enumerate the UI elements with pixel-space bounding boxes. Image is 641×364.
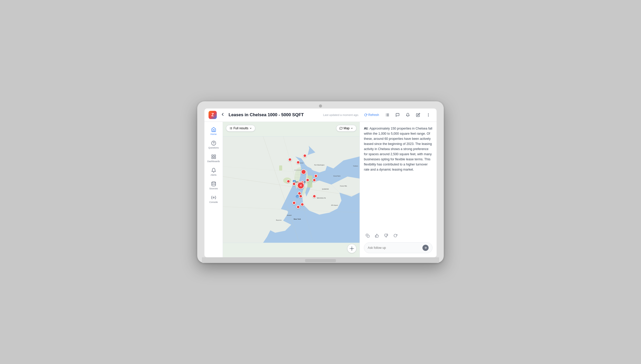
map-pin-14[interactable] [300,203,304,206]
full-results-label: Full results [233,126,248,130]
svg-text:Yonkers: Yonkers [353,165,358,167]
svg-rect-24 [279,165,282,171]
laptop-screen: Z Leases in Chelsea 1000 - 5000 SQFT Las… [204,109,437,257]
console-icon [211,195,216,200]
sidebar-item-alerts[interactable]: Alerts [206,166,221,178]
sidebar-label-questions: Questions [208,146,219,149]
right-panel: AI: Approximately 150 properties in Chel… [360,122,437,257]
svg-point-7 [428,115,428,115]
more-options-btn[interactable] [424,111,432,119]
sources-icon [211,181,216,186]
page-title: Leases in Chelsea 1000 - 5000 SQFT [229,112,320,117]
svg-point-16 [213,197,214,198]
svg-point-15 [212,182,215,183]
svg-point-8 [428,116,428,116]
map-pin-8[interactable] [292,182,296,186]
svg-text:Bayonne: Bayonne [276,219,282,221]
refresh-response-button[interactable] [392,232,399,239]
sidebar-item-questions[interactable]: Questions [206,139,221,151]
ask-followup-input[interactable] [368,246,422,250]
svg-rect-13 [214,157,215,159]
alerts-icon [211,168,216,173]
map-pin-13[interactable] [296,205,300,209]
map-type-button[interactable]: Map [336,125,356,132]
svg-point-6 [428,114,428,114]
sidebar-label-home: Home [210,133,216,135]
home-icon [211,127,216,132]
top-bar: Z Leases in Chelsea 1000 - 5000 SQFT Las… [204,109,437,122]
last-updated-text: Last updated a moment ago. [323,113,359,116]
sidebar-item-console[interactable]: Console [206,193,221,205]
followup-submit-button[interactable] [422,245,429,251]
svg-point-64 [351,248,353,249]
map-pin-cluster[interactable]: 4 [297,182,304,189]
sidebar: Home Questions Dashboards [204,122,223,257]
svg-rect-11 [212,155,213,156]
svg-rect-65 [367,235,369,237]
sidebar-label-alerts: Alerts [211,174,216,176]
map-pin-17[interactable] [313,178,316,182]
svg-text:BROOKLYN: BROOKLYN [317,197,326,199]
response-actions [364,229,432,239]
map-container[interactable]: MANHATTAN BROOKLYN QUEENS Bronx Yonkers … [223,122,360,257]
questions-icon [211,141,216,146]
map-pin-12[interactable] [292,201,296,205]
svg-rect-14 [212,157,213,159]
map-pin-3[interactable] [288,158,292,161]
map-pin-2[interactable] [303,154,307,158]
ai-response-text: Approximately 150 properties in Chelsea … [364,127,432,171]
back-button[interactable] [219,111,226,119]
sidebar-label-dashboards: Dashboards [207,160,220,163]
map-pin-16[interactable] [314,174,318,178]
svg-rect-12 [214,155,215,156]
svg-text:Great Neck: Great Neck [333,175,341,177]
map-pin-9[interactable] [287,180,290,183]
map-pin-1[interactable] [296,161,300,164]
map-pin-4[interactable] [301,169,306,174]
edit-icon-btn[interactable] [414,111,422,119]
ai-response-container: AI: Approximately 150 properties in Chel… [364,126,432,225]
map-pin-15[interactable] [313,194,316,198]
app-logo: Z [209,111,217,119]
svg-text:278: 278 [296,196,298,198]
full-results-button[interactable]: Full results [226,125,255,132]
bell-icon-btn[interactable] [404,111,412,119]
refresh-button[interactable]: Refresh [362,112,381,118]
map-pin-5[interactable] [306,178,309,182]
copy-button[interactable] [364,232,371,239]
dashboards-icon [211,154,216,159]
sidebar-item-home[interactable]: Home [206,125,221,137]
thumbdown-button[interactable] [382,232,390,239]
svg-text:Forest Hills: Forest Hills [340,185,347,187]
svg-text:New York: New York [294,218,301,220]
ai-label: AI: [364,126,368,130]
comment-icon-btn[interactable] [393,111,402,119]
svg-text:JFK Airport: JFK Airport [331,204,338,206]
laptop-notch [319,104,322,107]
thumbup-button[interactable] [373,232,380,239]
svg-text:Newark: Newark [287,214,292,216]
svg-text:QUEENS: QUEENS [322,188,329,190]
list-view-icon-btn[interactable] [383,111,391,119]
map-type-label: Map [344,126,350,130]
sidebar-item-sources[interactable]: Sources [206,179,221,192]
sidebar-item-dashboards[interactable]: Dashboards [206,152,221,165]
sidebar-label-sources: Sources [209,187,218,190]
svg-marker-63 [340,127,342,129]
svg-text:95: 95 [294,181,295,182]
location-button[interactable] [347,244,356,253]
ask-followup-bar[interactable] [364,242,432,253]
map-pin-11[interactable] [298,192,301,195]
sidebar-label-console: Console [209,201,218,203]
svg-text:Port Washington: Port Washington [314,164,324,166]
